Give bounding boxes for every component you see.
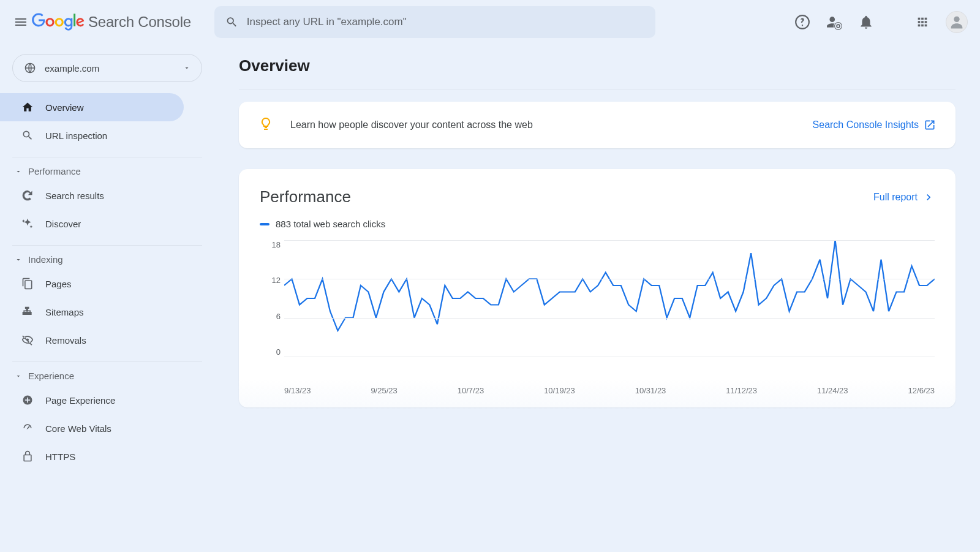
sidebar: example.com Overview URL inspection Perf… <box>0 44 214 471</box>
sidebar-item-label: HTTPS <box>45 452 75 462</box>
chevron-down-icon <box>15 168 22 175</box>
sitemap-icon <box>21 305 34 319</box>
insights-message: Learn how people discover your content a… <box>290 119 813 130</box>
sidebar-section-experience[interactable]: Experience <box>12 371 202 381</box>
google-logo-icon <box>32 13 85 31</box>
insights-card: Learn how people discover your content a… <box>239 102 956 148</box>
app-name: Search Console <box>88 13 191 31</box>
search-icon <box>21 129 34 142</box>
sidebar-item-pages[interactable]: Pages <box>0 270 184 298</box>
home-icon <box>21 100 34 114</box>
insights-link[interactable]: Search Console Insights <box>813 119 936 131</box>
speed-icon <box>21 422 34 435</box>
sidebar-item-label: URL inspection <box>45 130 107 141</box>
sidebar-item-label: Overview <box>45 102 84 113</box>
page-title: Overview <box>239 56 956 89</box>
sidebar-item-discover[interactable]: Discover <box>0 210 184 238</box>
sidebar-item-overview[interactable]: Overview <box>0 93 184 121</box>
section-title: Performance <box>28 166 81 176</box>
svg-point-0 <box>835 23 842 30</box>
globe-icon <box>24 62 36 74</box>
sidebar-section-indexing[interactable]: Indexing <box>12 254 202 265</box>
sidebar-item-removals[interactable]: Removals <box>0 326 184 354</box>
hide-icon <box>21 333 34 347</box>
legend-label: 883 total web search clicks <box>276 219 385 229</box>
logo[interactable]: Search Console <box>32 13 191 31</box>
svg-point-1 <box>954 17 959 22</box>
property-label: example.com <box>45 63 183 74</box>
property-selector[interactable]: example.com <box>12 54 202 82</box>
sidebar-item-label: Discover <box>45 219 81 229</box>
lightbulb-icon <box>258 116 273 134</box>
sidebar-item-label: Sitemaps <box>45 307 84 317</box>
sidebar-item-core-web-vitals[interactable]: Core Web Vitals <box>0 414 184 442</box>
full-report-link[interactable]: Full report <box>873 191 935 203</box>
discover-icon <box>21 217 34 230</box>
users-settings-icon[interactable] <box>826 13 843 31</box>
sidebar-item-page-experience[interactable]: Page Experience <box>0 386 184 414</box>
sidebar-item-label: Pages <box>45 279 72 289</box>
apps-icon[interactable] <box>914 13 931 31</box>
section-title: Indexing <box>28 254 63 265</box>
circle-plus-icon <box>21 393 34 407</box>
chevron-right-icon <box>922 191 935 203</box>
external-link-icon <box>924 119 936 131</box>
chart-legend: 883 total web search clicks <box>260 219 935 229</box>
account-avatar[interactable] <box>946 11 968 33</box>
performance-title: Performance <box>260 187 351 206</box>
chevron-down-icon <box>15 256 22 263</box>
notifications-icon[interactable] <box>858 13 875 31</box>
performance-card: Performance Full report 883 total web se… <box>239 169 956 407</box>
sidebar-section-performance[interactable]: Performance <box>12 166 202 176</box>
pages-icon <box>21 277 34 290</box>
sidebar-item-label: Removals <box>45 335 86 346</box>
sidebar-item-https[interactable]: HTTPS <box>0 442 184 471</box>
legend-swatch <box>260 223 270 225</box>
sidebar-item-sitemaps[interactable]: Sitemaps <box>0 298 184 326</box>
menu-icon[interactable] <box>12 13 29 31</box>
chevron-down-icon <box>15 372 22 380</box>
sidebar-item-label: Page Experience <box>45 395 115 406</box>
help-icon[interactable] <box>794 13 811 31</box>
g-icon <box>21 189 34 202</box>
sidebar-item-label: Core Web Vitals <box>45 423 111 434</box>
search-input[interactable] <box>247 16 644 28</box>
performance-chart: 181260 <box>260 240 935 381</box>
lock-icon <box>21 450 34 463</box>
sidebar-item-url-inspection[interactable]: URL inspection <box>0 121 184 149</box>
chevron-down-icon <box>183 64 190 72</box>
search-bar[interactable] <box>214 6 655 38</box>
search-icon <box>225 15 238 29</box>
sidebar-item-label: Search results <box>45 191 104 201</box>
sidebar-item-search-results[interactable]: Search results <box>0 181 184 210</box>
section-title: Experience <box>28 371 74 381</box>
